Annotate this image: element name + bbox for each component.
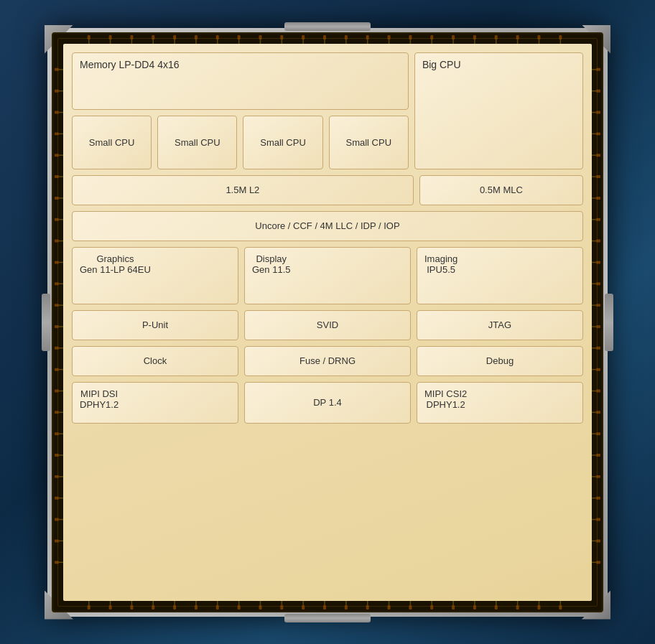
- svg-rect-220: [596, 239, 600, 242]
- svg-rect-188: [55, 67, 59, 70]
- connector-bar-right: [605, 294, 613, 351]
- svg-rect-189: [55, 89, 59, 92]
- svg-rect-243: [238, 35, 241, 39]
- svg-rect-255: [495, 35, 498, 39]
- svg-rect-230: [596, 454, 600, 457]
- svg-rect-213: [596, 89, 600, 92]
- svg-rect-195: [55, 218, 59, 220]
- svg-rect-275: [430, 605, 433, 609]
- svg-rect-229: [596, 432, 600, 435]
- mlc-label: 0.5M MLC: [480, 185, 523, 195]
- svg-rect-227: [596, 389, 600, 392]
- svg-rect-249: [366, 35, 369, 39]
- svg-rect-194: [55, 196, 59, 199]
- svg-rect-217: [596, 175, 600, 178]
- l2-block: 1.5M L2: [72, 175, 414, 205]
- svg-rect-239: [152, 35, 154, 39]
- graphics-line2: Gen 11-LP 64EU: [80, 264, 151, 275]
- svg-rect-266: [238, 605, 241, 609]
- svg-rect-218: [596, 196, 600, 199]
- svg-rect-240: [173, 35, 176, 39]
- svg-rect-277: [473, 605, 476, 609]
- svg-rect-253: [452, 35, 455, 39]
- display-line1: Display: [252, 253, 291, 264]
- small-cpu-1-label: Small CPU: [89, 137, 135, 148]
- svg-rect-208: [55, 496, 59, 499]
- svg-rect-259: [88, 605, 90, 609]
- svg-rect-196: [55, 239, 59, 242]
- svid-block: SVID: [244, 310, 411, 340]
- svg-rect-225: [596, 346, 600, 349]
- dp-block: DP 1.4: [244, 382, 411, 424]
- display-block: Display Gen 11.5: [244, 247, 411, 304]
- big-cpu-block: Big CPU: [414, 52, 583, 169]
- svg-rect-252: [430, 35, 433, 39]
- mipi-csi2-line1: MIPI CSI2: [424, 388, 467, 399]
- svg-rect-241: [195, 35, 198, 39]
- svg-rect-224: [596, 325, 600, 327]
- punit-label: P-Unit: [142, 319, 168, 330]
- svg-rect-209: [55, 518, 59, 521]
- debug-block: Debug: [417, 346, 583, 376]
- svg-rect-231: [596, 475, 600, 477]
- svg-rect-223: [596, 304, 600, 307]
- left-column: Memory LP-DD4 4x16 Small CPU Small CPU S…: [72, 52, 409, 169]
- svg-rect-265: [216, 605, 219, 609]
- svg-rect-203: [55, 389, 59, 392]
- svg-rect-245: [280, 35, 283, 39]
- pcb-frame: Memory LP-DD4 4x16 Small CPU Small CPU S…: [52, 32, 603, 612]
- svg-rect-271: [345, 605, 348, 609]
- svg-rect-256: [516, 35, 519, 39]
- svg-rect-212: [596, 67, 600, 70]
- svg-rect-207: [55, 475, 59, 477]
- fuse-drng-label: Fuse / DRNG: [299, 355, 356, 366]
- connector-bar-bottom: [284, 614, 371, 622]
- svg-rect-211: [55, 561, 59, 564]
- mipi-dsi-line1: MIPI DSI: [80, 388, 119, 399]
- svg-rect-272: [366, 605, 369, 609]
- svg-rect-226: [596, 368, 600, 370]
- small-cpu-2-label: Small CPU: [175, 137, 220, 148]
- svg-rect-263: [173, 605, 176, 609]
- svg-rect-221: [596, 261, 600, 263]
- imaging-line2: IPU5.5: [424, 264, 457, 275]
- clock-block: Clock: [72, 346, 238, 376]
- svg-rect-281: [559, 605, 562, 609]
- graphics-line1: Graphics: [80, 253, 151, 264]
- chip-package: Memory LP-DD4 4x16 Small CPU Small CPU S…: [47, 28, 608, 617]
- svg-rect-236: [88, 35, 90, 39]
- memory-block: Memory LP-DD4 4x16: [72, 52, 409, 110]
- svg-rect-206: [55, 454, 59, 457]
- svg-rect-280: [537, 605, 540, 609]
- svg-rect-202: [55, 368, 59, 370]
- mipi-csi2-line2: DPHY1.2: [424, 399, 467, 410]
- svg-rect-270: [323, 605, 326, 609]
- svg-rect-262: [152, 605, 154, 609]
- svg-rect-210: [55, 539, 59, 542]
- svg-rect-234: [596, 539, 600, 542]
- graphics-block: Graphics Gen 11-LP 64EU: [72, 247, 238, 304]
- svg-rect-274: [409, 605, 412, 609]
- svg-rect-273: [388, 605, 391, 609]
- svg-rect-242: [216, 35, 219, 39]
- svg-rect-278: [495, 605, 498, 609]
- memory-label: Memory LP-DD4 4x16: [80, 59, 180, 70]
- small-cpu-3-label: Small CPU: [260, 137, 306, 148]
- mipi-csi2-block: MIPI CSI2 DPHY1.2: [417, 382, 583, 424]
- small-cpu-4-label: Small CPU: [345, 137, 391, 148]
- svg-rect-222: [596, 282, 600, 285]
- small-cpu-2: Small CPU: [157, 116, 237, 169]
- row-clock-fuse-debug: Clock Fuse / DRNG Debug: [72, 346, 583, 376]
- svg-rect-214: [596, 111, 600, 113]
- svg-rect-237: [109, 35, 112, 39]
- dp-label: DP 1.4: [313, 397, 342, 408]
- svg-rect-250: [388, 35, 391, 39]
- row-punit-svid-jtag: P-Unit SVID JTAG: [72, 310, 583, 340]
- mipi-dsi-line2: DPHY1.2: [80, 399, 119, 410]
- jtag-label: JTAG: [488, 319, 511, 330]
- svg-rect-204: [55, 411, 59, 414]
- svg-rect-257: [537, 35, 540, 39]
- svg-rect-260: [109, 605, 112, 609]
- small-cpu-4: Small CPU: [329, 116, 409, 169]
- svg-rect-246: [302, 35, 305, 39]
